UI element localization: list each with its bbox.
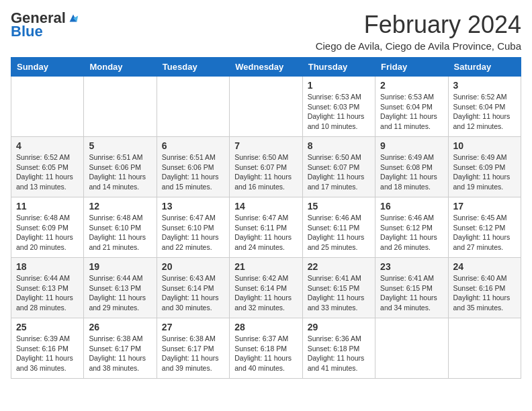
day-number: 11	[16, 201, 79, 212]
day-number: 4	[16, 140, 79, 151]
day-info: Sunrise: 6:41 AM Sunset: 6:15 PM Dayligh…	[308, 273, 370, 313]
day-info: Sunrise: 6:50 AM Sunset: 6:07 PM Dayligh…	[234, 152, 297, 192]
day-number: 27	[162, 322, 224, 332]
day-number: 10	[453, 140, 516, 151]
day-number: 16	[380, 201, 443, 212]
day-info: Sunrise: 6:45 AM Sunset: 6:12 PM Dayligh…	[453, 213, 516, 253]
week-row-0: 1Sunrise: 6:53 AM Sunset: 6:03 PM Daylig…	[11, 77, 521, 137]
calendar-cell: 9Sunrise: 6:49 AM Sunset: 6:08 PM Daylig…	[375, 137, 448, 197]
day-info: Sunrise: 6:53 AM Sunset: 6:03 PM Dayligh…	[308, 92, 370, 132]
calendar-cell: 17Sunrise: 6:45 AM Sunset: 6:12 PM Dayli…	[448, 197, 521, 258]
day-info: Sunrise: 6:46 AM Sunset: 6:11 PM Dayligh…	[308, 213, 370, 253]
calendar-cell	[448, 318, 521, 379]
week-row-2: 11Sunrise: 6:48 AM Sunset: 6:09 PM Dayli…	[11, 197, 521, 258]
day-info: Sunrise: 6:47 AM Sunset: 6:11 PM Dayligh…	[234, 213, 297, 253]
day-number: 9	[380, 140, 443, 151]
calendar-cell: 19Sunrise: 6:44 AM Sunset: 6:13 PM Dayli…	[84, 258, 157, 318]
calendar-cell: 27Sunrise: 6:38 AM Sunset: 6:17 PM Dayli…	[157, 318, 229, 379]
week-row-3: 18Sunrise: 6:44 AM Sunset: 6:13 PM Dayli…	[11, 258, 521, 318]
calendar-cell: 3Sunrise: 6:52 AM Sunset: 6:04 PM Daylig…	[448, 77, 521, 137]
calendar-cell: 29Sunrise: 6:36 AM Sunset: 6:18 PM Dayli…	[302, 318, 375, 379]
calendar-cell: 2Sunrise: 6:53 AM Sunset: 6:04 PM Daylig…	[375, 77, 448, 137]
day-info: Sunrise: 6:43 AM Sunset: 6:14 PM Dayligh…	[162, 273, 224, 313]
day-number: 19	[89, 261, 151, 272]
day-number: 13	[162, 201, 224, 212]
calendar-table: SundayMondayTuesdayWednesdayThursdayFrid…	[11, 57, 521, 379]
calendar-cell: 5Sunrise: 6:51 AM Sunset: 6:06 PM Daylig…	[84, 137, 157, 197]
calendar-cell	[157, 77, 229, 137]
week-row-1: 4Sunrise: 6:52 AM Sunset: 6:05 PM Daylig…	[11, 137, 521, 197]
day-info: Sunrise: 6:51 AM Sunset: 6:06 PM Dayligh…	[162, 152, 224, 192]
calendar-cell	[230, 77, 302, 137]
calendar-cell: 25Sunrise: 6:39 AM Sunset: 6:16 PM Dayli…	[11, 318, 84, 379]
calendar-cell: 15Sunrise: 6:46 AM Sunset: 6:11 PM Dayli…	[302, 197, 375, 258]
day-info: Sunrise: 6:50 AM Sunset: 6:07 PM Dayligh…	[308, 152, 370, 192]
calendar-cell: 22Sunrise: 6:41 AM Sunset: 6:15 PM Dayli…	[302, 258, 375, 318]
day-info: Sunrise: 6:52 AM Sunset: 6:05 PM Dayligh…	[16, 152, 79, 192]
col-header-friday: Friday	[375, 58, 448, 77]
day-number: 18	[16, 261, 79, 272]
day-number: 24	[453, 261, 516, 272]
day-info: Sunrise: 6:47 AM Sunset: 6:10 PM Dayligh…	[162, 213, 224, 253]
day-number: 2	[380, 80, 443, 91]
day-info: Sunrise: 6:36 AM Sunset: 6:18 PM Dayligh…	[308, 334, 370, 373]
calendar-cell: 23Sunrise: 6:41 AM Sunset: 6:15 PM Dayli…	[375, 258, 448, 318]
header: General Blue February 2024 Ciego de Avil…	[11, 11, 521, 52]
col-header-wednesday: Wednesday	[230, 58, 302, 77]
day-info: Sunrise: 6:48 AM Sunset: 6:10 PM Dayligh…	[89, 213, 151, 253]
day-info: Sunrise: 6:42 AM Sunset: 6:14 PM Dayligh…	[234, 273, 297, 313]
calendar-cell: 13Sunrise: 6:47 AM Sunset: 6:10 PM Dayli…	[157, 197, 229, 258]
day-number: 26	[89, 322, 151, 332]
month-title: February 2024	[316, 11, 521, 39]
day-number: 14	[234, 201, 297, 212]
calendar-cell: 14Sunrise: 6:47 AM Sunset: 6:11 PM Dayli…	[230, 197, 302, 258]
day-info: Sunrise: 6:48 AM Sunset: 6:09 PM Dayligh…	[16, 213, 79, 253]
day-info: Sunrise: 6:51 AM Sunset: 6:06 PM Dayligh…	[89, 152, 151, 192]
calendar-cell	[375, 318, 448, 379]
day-info: Sunrise: 6:49 AM Sunset: 6:08 PM Dayligh…	[380, 152, 443, 192]
col-header-saturday: Saturday	[448, 58, 521, 77]
calendar-cell: 20Sunrise: 6:43 AM Sunset: 6:14 PM Dayli…	[157, 258, 229, 318]
calendar-cell: 12Sunrise: 6:48 AM Sunset: 6:10 PM Dayli…	[84, 197, 157, 258]
day-number: 23	[380, 261, 443, 272]
calendar-cell: 26Sunrise: 6:38 AM Sunset: 6:17 PM Dayli…	[84, 318, 157, 379]
day-number: 17	[453, 201, 516, 212]
day-info: Sunrise: 6:38 AM Sunset: 6:17 PM Dayligh…	[162, 334, 224, 373]
day-info: Sunrise: 6:40 AM Sunset: 6:16 PM Dayligh…	[453, 273, 516, 313]
header-row: SundayMondayTuesdayWednesdayThursdayFrid…	[11, 58, 521, 77]
calendar-cell: 4Sunrise: 6:52 AM Sunset: 6:05 PM Daylig…	[11, 137, 84, 197]
day-number: 1	[308, 80, 370, 91]
day-info: Sunrise: 6:44 AM Sunset: 6:13 PM Dayligh…	[89, 273, 151, 313]
day-number: 8	[308, 140, 370, 151]
day-number: 5	[89, 140, 151, 151]
logo-blue-text: Blue	[11, 23, 43, 40]
calendar-cell	[11, 77, 84, 137]
day-number: 3	[453, 80, 516, 91]
calendar-cell: 8Sunrise: 6:50 AM Sunset: 6:07 PM Daylig…	[302, 137, 375, 197]
calendar-cell: 6Sunrise: 6:51 AM Sunset: 6:06 PM Daylig…	[157, 137, 229, 197]
location-subtitle: Ciego de Avila, Ciego de Avila Province,…	[316, 40, 521, 52]
calendar-cell	[84, 77, 157, 137]
calendar-cell: 10Sunrise: 6:49 AM Sunset: 6:09 PM Dayli…	[448, 137, 521, 197]
calendar-cell: 18Sunrise: 6:44 AM Sunset: 6:13 PM Dayli…	[11, 258, 84, 318]
day-info: Sunrise: 6:39 AM Sunset: 6:16 PM Dayligh…	[16, 334, 79, 373]
day-info: Sunrise: 6:38 AM Sunset: 6:17 PM Dayligh…	[89, 334, 151, 373]
day-number: 21	[234, 261, 297, 272]
col-header-monday: Monday	[84, 58, 157, 77]
calendar-cell: 24Sunrise: 6:40 AM Sunset: 6:16 PM Dayli…	[448, 258, 521, 318]
calendar-cell: 28Sunrise: 6:37 AM Sunset: 6:18 PM Dayli…	[230, 318, 302, 379]
col-header-tuesday: Tuesday	[157, 58, 229, 77]
calendar-cell: 11Sunrise: 6:48 AM Sunset: 6:09 PM Dayli…	[11, 197, 84, 258]
day-info: Sunrise: 6:52 AM Sunset: 6:04 PM Dayligh…	[453, 92, 516, 132]
day-number: 29	[308, 322, 370, 332]
calendar-cell: 1Sunrise: 6:53 AM Sunset: 6:03 PM Daylig…	[302, 77, 375, 137]
day-number: 6	[162, 140, 224, 151]
day-info: Sunrise: 6:49 AM Sunset: 6:09 PM Dayligh…	[453, 152, 516, 192]
day-number: 7	[234, 140, 297, 151]
week-row-4: 25Sunrise: 6:39 AM Sunset: 6:16 PM Dayli…	[11, 318, 521, 379]
day-number: 28	[234, 322, 297, 332]
day-number: 15	[308, 201, 370, 212]
day-number: 25	[16, 322, 79, 332]
calendar-cell: 21Sunrise: 6:42 AM Sunset: 6:14 PM Dayli…	[230, 258, 302, 318]
day-info: Sunrise: 6:41 AM Sunset: 6:15 PM Dayligh…	[380, 273, 443, 313]
